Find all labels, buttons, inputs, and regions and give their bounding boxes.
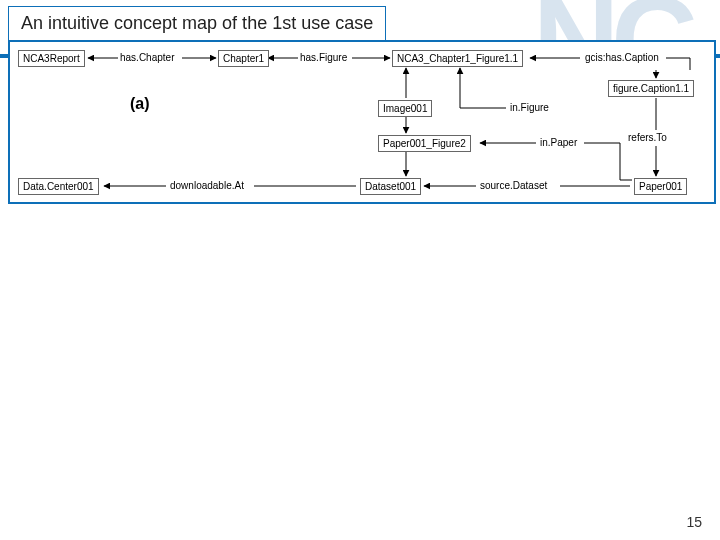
edge-downloadable-at: downloadable.At: [170, 180, 244, 191]
node-paper-figure: Paper001_Figure2: [378, 135, 471, 152]
node-dataset001: Dataset001: [360, 178, 421, 195]
edge-has-figure: has.Figure: [300, 52, 347, 63]
page-number: 15: [686, 514, 702, 530]
edge-in-figure: in.Figure: [510, 102, 549, 113]
node-caption: figure.Caption1.1: [608, 80, 694, 97]
edge-source-dataset: source.Dataset: [480, 180, 547, 191]
node-nca3report: NCA3Report: [18, 50, 85, 67]
edge-gcis-caption: gcis:has.Caption: [585, 52, 659, 63]
slide-title: An intuitive concept map of the 1st use …: [8, 6, 386, 41]
edge-refers-to: refers.To: [628, 132, 667, 143]
subfigure-label: (a): [130, 95, 150, 113]
node-paper001: Paper001: [634, 178, 687, 195]
node-datacenter: Data.Center001: [18, 178, 99, 195]
edge-in-paper: in.Paper: [540, 137, 577, 148]
node-nca3-figure: NCA3_Chapter1_Figure1.1: [392, 50, 523, 67]
edge-has-chapter: has.Chapter: [120, 52, 174, 63]
node-chapter1: Chapter1: [218, 50, 269, 67]
node-image001: Image001: [378, 100, 432, 117]
